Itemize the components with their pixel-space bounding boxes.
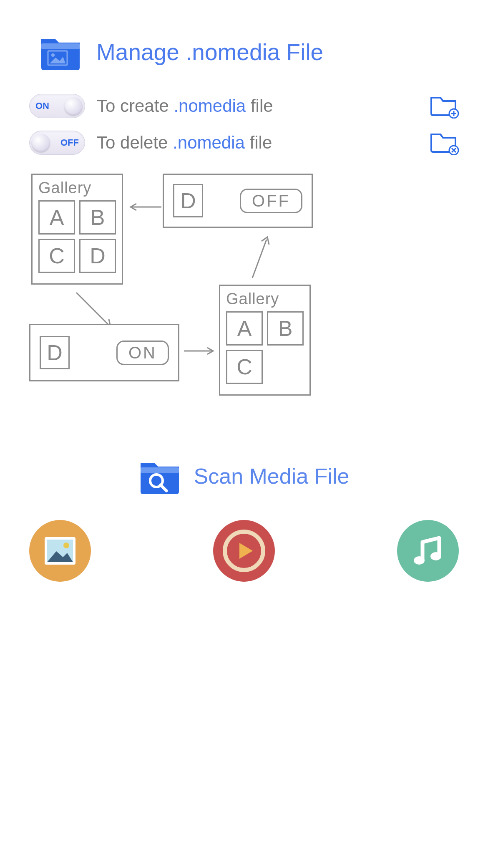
arrow-right-icon [184, 347, 217, 355]
toggle-on[interactable]: ON [29, 94, 85, 118]
cell-c: C [226, 350, 263, 384]
folder-add-icon [430, 93, 459, 119]
cell-d-single: D [173, 184, 203, 217]
svg-point-2 [51, 53, 55, 57]
scan-header: Scan Media File [0, 457, 488, 495]
svg-rect-0 [41, 43, 80, 49]
svg-line-12 [252, 240, 267, 278]
nomedia-highlight: .nomedia [174, 96, 246, 116]
gallery-label: Gallery [226, 290, 304, 308]
folder-image-icon [40, 33, 81, 71]
d-off-box: D OFF [163, 174, 313, 228]
svg-point-21 [430, 552, 441, 560]
toggle-knob [64, 97, 83, 115]
cell-b: B [79, 200, 116, 235]
cell-d-single: D [40, 336, 70, 369]
toggle-row-create: ON To create .nomedia file [0, 88, 488, 124]
toggle-on-label: ON [30, 101, 55, 111]
off-pill: OFF [240, 189, 302, 213]
gallery-label: Gallery [38, 179, 116, 197]
toggle-off-text: To delete .nomedia file [97, 133, 272, 153]
cell-a: A [226, 311, 263, 346]
arrow-diag-up-icon [248, 232, 273, 282]
svg-point-18 [63, 542, 69, 548]
text-part: To delete [97, 133, 173, 152]
svg-point-20 [414, 556, 425, 565]
header: Manage .nomedia File [0, 0, 488, 88]
music-icon [409, 532, 447, 570]
page-title: Manage .nomedia File [96, 39, 323, 66]
media-music-button[interactable] [397, 520, 459, 582]
toggle-knob [32, 134, 50, 152]
media-row [0, 495, 488, 582]
cell-c: C [38, 239, 75, 273]
svg-line-10 [76, 293, 109, 325]
text-part: To create [97, 96, 174, 116]
flow-diagram: Gallery A B C D D OFF D ON Gallery A B [27, 174, 461, 407]
toggle-off-label: OFF [55, 137, 85, 148]
text-part: file [245, 133, 272, 152]
arrow-left-icon [126, 203, 161, 211]
nomedia-highlight: .nomedia [173, 133, 245, 152]
d-on-box: D ON [29, 324, 179, 381]
media-images-button[interactable] [29, 520, 91, 582]
gallery-full-box: Gallery A B C D [31, 174, 123, 285]
svg-rect-13 [141, 467, 179, 473]
toggle-row-delete: OFF To delete .nomedia file [0, 124, 488, 161]
image-icon [42, 533, 78, 569]
cell-d: D [79, 239, 116, 273]
on-pill: ON [116, 341, 169, 365]
cell-b: B [267, 311, 304, 346]
text-part: file [246, 96, 273, 116]
scan-title: Scan Media File [194, 464, 350, 489]
folder-search-icon [139, 457, 181, 495]
folder-remove-icon [430, 130, 459, 155]
play-icon [221, 528, 267, 574]
toggle-on-text: To create .nomedia file [97, 96, 273, 116]
media-videos-button[interactable] [213, 520, 275, 582]
cell-a: A [38, 200, 75, 235]
gallery-reduced-box: Gallery A B C [219, 285, 311, 396]
toggle-off[interactable]: OFF [29, 131, 85, 155]
